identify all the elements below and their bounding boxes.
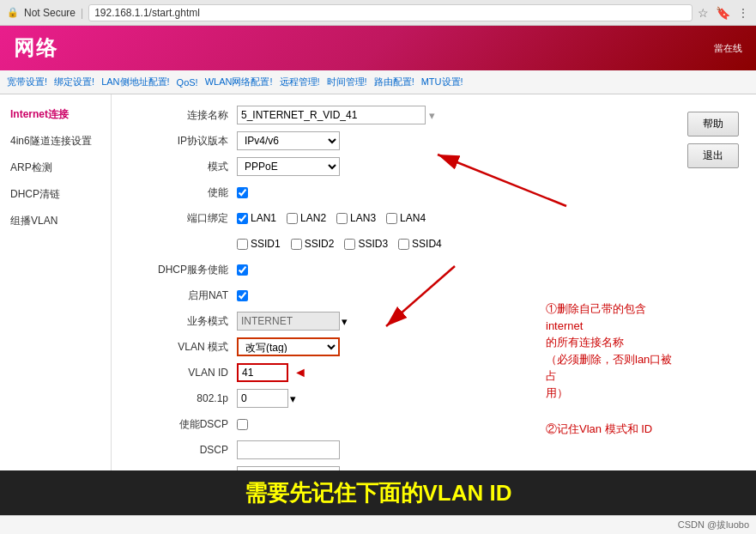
vlan-id-input[interactable] bbox=[237, 363, 288, 382]
vlan-mode-select[interactable]: 改写(tag) bbox=[237, 337, 340, 356]
connection-name-row: 连接名称 ▾ bbox=[125, 105, 572, 125]
ssid2-checkbox-item[interactable]: SSID2 bbox=[291, 238, 335, 250]
url-bar[interactable]: 192.168.1.1/start.ghtml bbox=[88, 4, 692, 21]
mtu-input[interactable] bbox=[237, 466, 340, 470]
ssid1-checkbox[interactable] bbox=[237, 239, 248, 250]
dscp-enable-checkbox[interactable] bbox=[237, 419, 248, 430]
mode-row: 模式 PPPoE bbox=[125, 156, 572, 177]
lan1-checkbox-item[interactable]: LAN1 bbox=[237, 212, 276, 224]
content-area: Internet连接 4in6隧道连接设置 ARP检测 DHCP清链 组播VLA… bbox=[0, 94, 756, 470]
dhcp-service-label: DHCP服务使能 bbox=[125, 263, 237, 277]
vlan-id-arrow-icon: ◄ bbox=[293, 365, 307, 380]
menu-icon[interactable]: ⋮ bbox=[737, 6, 749, 20]
mtu-label: MTU bbox=[125, 470, 237, 470]
port-bind-row: 端口绑定 LAN1 LAN2 LAN3 LAN4 bbox=[125, 208, 572, 228]
vlan-mode-label: VLAN 模式 bbox=[125, 340, 237, 355]
ip-version-row: IP协议版本 IPv4/v6 bbox=[125, 130, 572, 151]
nav-wlan[interactable]: WLAN网络配置! bbox=[205, 76, 273, 88]
star-icon[interactable]: ☆ bbox=[698, 6, 709, 20]
enable-nat-checkbox[interactable] bbox=[237, 290, 248, 301]
nav-broadband[interactable]: 宽带设置! bbox=[7, 76, 47, 88]
ssid3-checkbox-item[interactable]: SSID3 bbox=[344, 238, 388, 250]
mtu-row: MTU bbox=[125, 465, 572, 470]
nav-time[interactable]: 时间管理! bbox=[327, 76, 367, 88]
nav-bind[interactable]: 绑定设置! bbox=[54, 76, 94, 88]
ip-version-select[interactable]: IPv4/v6 bbox=[237, 131, 340, 150]
main-content: 连接名称 ▾ IP协议版本 IPv4/v6 模式 PPPoE bbox=[112, 94, 756, 470]
lan3-checkbox-item[interactable]: LAN3 bbox=[336, 212, 376, 224]
vlan-id-row: VLAN ID ◄ bbox=[125, 362, 572, 383]
nav-lan[interactable]: LAN侧地址配置! bbox=[101, 76, 169, 88]
service-mode-dropdown-icon: ▾ bbox=[342, 315, 348, 328]
lan4-checkbox[interactable] bbox=[386, 213, 397, 224]
service-mode-row: 业务模式 ▾ bbox=[125, 311, 572, 331]
ssid4-checkbox[interactable] bbox=[398, 239, 409, 250]
ssid2-checkbox[interactable] bbox=[291, 239, 302, 250]
bookmark-icon[interactable]: 🔖 bbox=[716, 6, 730, 20]
btn-panel: 帮助 退出 bbox=[687, 112, 739, 168]
service-mode-input bbox=[237, 312, 340, 331]
lan2-checkbox[interactable] bbox=[287, 213, 298, 224]
sidebar-item-dhcp[interactable]: DHCP清链 bbox=[0, 181, 111, 208]
nav-qos[interactable]: QoS! bbox=[177, 77, 198, 88]
sidebar-item-4in6[interactable]: 4in6隧道连接设置 bbox=[0, 128, 111, 155]
sidebar-item-arp[interactable]: ARP检测 bbox=[0, 155, 111, 181]
bottom-nav: CSDN @拔luobo bbox=[0, 515, 756, 534]
connection-name-dropdown-icon[interactable]: ▾ bbox=[429, 109, 435, 122]
form-section: 连接名称 ▾ IP协议版本 IPv4/v6 模式 PPPoE bbox=[125, 105, 572, 470]
vlan-802-label: 802.1p bbox=[125, 392, 237, 404]
lan3-checkbox[interactable] bbox=[336, 213, 348, 224]
sidebar-item-vlan[interactable]: 组播VLAN bbox=[0, 208, 111, 234]
ssid1-checkbox-item[interactable]: SSID1 bbox=[237, 238, 281, 250]
vlan-mode-row: VLAN 模式 改写(tag) bbox=[125, 337, 572, 357]
ssid-checkbox-group: SSID1 SSID2 SSID3 SSID4 bbox=[237, 238, 442, 250]
connection-name-input[interactable] bbox=[237, 106, 426, 124]
bottom-banner-text: 需要先记住下面的VLAN ID bbox=[245, 478, 512, 508]
browser-bar: 🔒 Not Secure | 192.168.1.1/start.ghtml ☆… bbox=[0, 0, 756, 26]
lan4-checkbox-item[interactable]: LAN4 bbox=[386, 212, 426, 224]
dscp-enable-label: 使能DSCP bbox=[125, 417, 237, 432]
nav-route[interactable]: 路由配置! bbox=[374, 76, 414, 88]
enable-nat-label: 启用NAT bbox=[125, 288, 237, 303]
port-bind-label: 端口绑定 bbox=[125, 211, 237, 226]
ssid4-checkbox-item[interactable]: SSID4 bbox=[398, 238, 442, 250]
mode-select[interactable]: PPPoE bbox=[237, 157, 340, 176]
top-right: 當在线 bbox=[714, 42, 742, 55]
enable-nat-row: 启用NAT bbox=[125, 285, 572, 306]
dhcp-service-checkbox[interactable] bbox=[237, 264, 248, 276]
nav-bar: 宽带设置! 绑定设置! LAN侧地址配置! QoS! WLAN网络配置! 远程管… bbox=[0, 70, 756, 94]
connection-name-label: 连接名称 bbox=[125, 108, 237, 123]
bottom-banner: 需要先记住下面的VLAN ID bbox=[0, 470, 756, 515]
sidebar: Internet连接 4in6隧道连接设置 ARP检测 DHCP清链 组播VLA… bbox=[0, 94, 112, 470]
ssid3-checkbox[interactable] bbox=[344, 239, 355, 250]
port-checkbox-group: LAN1 LAN2 LAN3 LAN4 bbox=[237, 212, 426, 224]
exit-button[interactable]: 退出 bbox=[687, 143, 739, 168]
enable-label: 使能 bbox=[125, 185, 237, 200]
vlan-802-input[interactable] bbox=[237, 389, 288, 408]
nav-mtu[interactable]: MTU设置! bbox=[421, 76, 463, 88]
top-header: 网络 當在线 bbox=[0, 26, 756, 70]
lan2-checkbox-item[interactable]: LAN2 bbox=[287, 212, 326, 224]
ip-version-label: IP协议版本 bbox=[125, 134, 237, 149]
enable-row: 使能 bbox=[125, 182, 572, 203]
dscp-enable-row: 使能DSCP bbox=[125, 414, 572, 434]
dscp-label: DSCP bbox=[125, 444, 237, 456]
mode-label: 模式 bbox=[125, 160, 237, 174]
vlan-802-row: 802.1p ▾ bbox=[125, 388, 572, 409]
lock-icon: 🔒 bbox=[7, 7, 19, 18]
ssid-row: SSID1 SSID2 SSID3 SSID4 bbox=[125, 234, 572, 254]
browser-icons: ☆ 🔖 ⋮ bbox=[698, 6, 749, 20]
bottom-nav-text: CSDN @拔luobo bbox=[678, 519, 749, 531]
service-mode-label: 业务模式 bbox=[125, 314, 237, 329]
vlan-802-dropdown-icon: ▾ bbox=[290, 392, 296, 405]
nav-remote[interactable]: 远程管理! bbox=[280, 76, 320, 88]
sidebar-item-internet[interactable]: Internet连接 bbox=[0, 101, 111, 128]
logo: 网络 bbox=[14, 34, 58, 62]
dscp-input[interactable] bbox=[237, 440, 340, 459]
secure-label: Not Secure bbox=[24, 7, 76, 19]
lan1-checkbox[interactable] bbox=[237, 213, 248, 224]
enable-checkbox[interactable] bbox=[237, 187, 248, 198]
help-button[interactable]: 帮助 bbox=[687, 112, 739, 137]
vlan-id-label: VLAN ID bbox=[125, 367, 237, 379]
dhcp-service-row: DHCP服务使能 bbox=[125, 259, 572, 280]
